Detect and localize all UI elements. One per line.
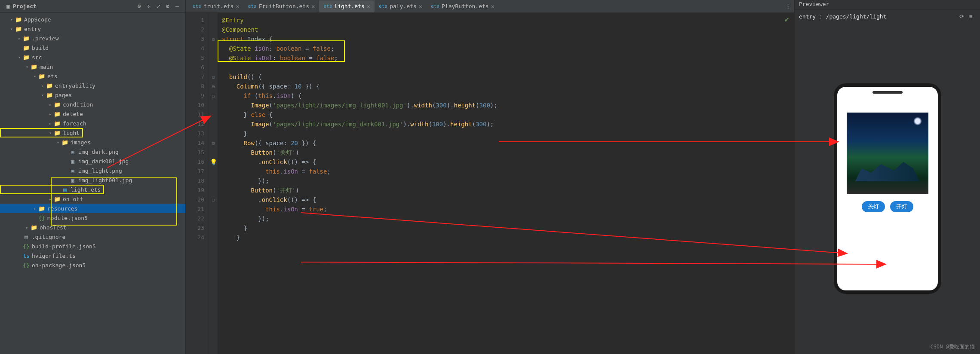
line-number: 2 xyxy=(186,25,204,34)
tree-item-foreach[interactable]: ▸📁foreach xyxy=(0,119,185,128)
code-line[interactable]: }); xyxy=(222,176,794,186)
tree-item-build-profile-json5[interactable]: {}build-profile.json5 xyxy=(0,241,185,251)
chevron-icon[interactable]: ▸ xyxy=(16,36,22,41)
code-line[interactable]: @Entry xyxy=(222,15,794,25)
fold-icon[interactable]: ⊟ xyxy=(212,140,215,146)
chevron-icon[interactable]: ▾ xyxy=(9,17,15,22)
light-on-button[interactable]: 开灯 xyxy=(890,201,913,212)
tree-item-ets[interactable]: ▾📁ets xyxy=(0,71,185,81)
tree-item-light[interactable]: ▾📁light xyxy=(0,128,83,137)
code-line[interactable]: } xyxy=(222,129,794,138)
tree-item-img-dark-png[interactable]: ▣img_dark.png xyxy=(0,147,185,156)
reload-icon[interactable]: ⟳ xyxy=(957,12,966,21)
project-tree[interactable]: ▾📁AppScope▾📁entry▸📁.preview📁build▾📁src▾📁… xyxy=(0,13,185,354)
tree-item-images[interactable]: ▾📁images xyxy=(0,137,185,147)
tab-light-ets[interactable]: etslight.ets× xyxy=(319,0,375,12)
hide-icon[interactable]: — xyxy=(172,2,182,11)
code-line[interactable]: .onClick(() => { xyxy=(222,157,794,167)
chevron-icon[interactable]: ▸ xyxy=(47,112,53,116)
tree-item-appscope[interactable]: ▾📁AppScope xyxy=(0,15,185,24)
layers-icon[interactable]: ≡ xyxy=(966,12,976,21)
code-line[interactable]: Column({ space: 10 }) { xyxy=(222,82,794,91)
tree-item-img-light-png[interactable]: ▣img_light.png xyxy=(0,166,185,175)
code-line[interactable]: } xyxy=(222,233,794,242)
tree-label: hvigorfile.ts xyxy=(32,253,76,259)
code-line[interactable]: }); xyxy=(222,214,794,223)
tab-playbutton-ets[interactable]: etsPlayButton.ets× xyxy=(427,0,499,12)
tree-item-module-json5[interactable]: {}module.json5 xyxy=(0,213,185,223)
code-line[interactable]: @Component xyxy=(222,25,794,34)
code-line[interactable]: Image('pages/light/images/img_light001.j… xyxy=(222,101,794,110)
light-off-button[interactable]: 关灯 xyxy=(862,201,885,212)
tree-item-oh-package-json5[interactable]: {}oh-package.json5 xyxy=(0,260,185,270)
tree-item-condition[interactable]: ▸📁condition xyxy=(0,100,185,109)
tree-item--gitignore[interactable]: ▤.gitignore xyxy=(0,232,185,241)
collapse-icon[interactable]: ÷ xyxy=(144,2,154,11)
tab-paly-ets[interactable]: etspaly.ets× xyxy=(375,0,427,12)
close-icon[interactable]: × xyxy=(491,3,495,10)
chevron-icon[interactable]: ▸ xyxy=(40,83,46,88)
tree-item-main[interactable]: ▾📁main xyxy=(0,62,185,71)
code-line[interactable]: .onClick(() => { xyxy=(222,195,794,204)
code-line[interactable]: this.isOn = true; xyxy=(222,204,794,214)
lightbulb-icon[interactable]: 💡 xyxy=(210,157,217,167)
fold-icon[interactable]: ⊟ xyxy=(212,74,215,80)
tree-item-hvigorfile-ts[interactable]: tshvigorfile.ts xyxy=(0,251,185,260)
chevron-icon[interactable]: ▾ xyxy=(47,131,53,135)
tree-item-resources[interactable]: ▸📁resources xyxy=(0,204,185,213)
code-line[interactable]: if (this.isOn) { xyxy=(222,91,794,101)
close-icon[interactable]: × xyxy=(236,3,239,10)
code-line[interactable]: } xyxy=(222,223,794,233)
code-area[interactable]: ✔ @Entry@Componentstruct Index { @State … xyxy=(218,13,794,354)
code-line[interactable]: build() { xyxy=(222,72,794,82)
chevron-icon[interactable]: ▾ xyxy=(16,55,22,60)
code-line[interactable]: Button('关灯') xyxy=(222,148,794,157)
close-icon[interactable]: × xyxy=(311,3,315,10)
code-line[interactable]: Button('开灯') xyxy=(222,186,794,195)
chevron-icon[interactable]: ▾ xyxy=(24,64,30,69)
tree-item-img-light001-jpg[interactable]: ▣img_light001.jpg xyxy=(0,175,185,185)
tree-item-build[interactable]: 📁build xyxy=(0,43,185,52)
chevron-icon[interactable]: ▸ xyxy=(24,225,30,230)
settings-icon[interactable]: ⚙ xyxy=(163,2,172,11)
tree-item-pages[interactable]: ▾📁pages xyxy=(0,90,185,100)
tree-item-entryability[interactable]: ▸📁entryability xyxy=(0,81,185,90)
expand-icon[interactable]: ⤢ xyxy=(154,2,163,11)
tree-item-entry[interactable]: ▾📁entry xyxy=(0,24,185,34)
tree-item-on-off[interactable]: ▸📁on_off xyxy=(0,194,185,204)
tree-item-ohostest[interactable]: ▸📁ohosTest xyxy=(0,223,185,232)
tree-item-src[interactable]: ▾📁src xyxy=(0,52,185,62)
editor-tabs: etsfruit.ets×etsFruitButton.ets×etslight… xyxy=(186,0,794,13)
chevron-icon[interactable]: ▸ xyxy=(47,197,53,201)
code-line[interactable]: Row({ space: 20 }) { xyxy=(222,138,794,148)
tree-item-img-dark001-jpg[interactable]: ▣img_dark001.jpg xyxy=(0,156,185,166)
chevron-icon[interactable]: ▾ xyxy=(40,93,46,98)
code-line[interactable]: @State isDel: boolean = false; xyxy=(222,53,794,63)
chevron-icon[interactable]: ▸ xyxy=(32,206,38,211)
chevron-icon[interactable]: ▾ xyxy=(55,140,61,145)
tree-item-delete[interactable]: ▸📁delete xyxy=(0,109,185,119)
close-icon[interactable]: × xyxy=(419,3,422,10)
chevron-icon[interactable]: ▸ xyxy=(47,121,53,126)
code-line[interactable]: this.isOn = false; xyxy=(222,167,794,176)
chevron-icon[interactable]: ▾ xyxy=(9,27,15,31)
code-line[interactable]: Image('pages/light/images/img_dark001.jp… xyxy=(222,119,794,129)
tab-fruitbutton-ets[interactable]: etsFruitButton.ets× xyxy=(244,0,319,12)
chevron-icon[interactable]: ▾ xyxy=(32,74,38,79)
code-line[interactable] xyxy=(222,63,794,72)
fold-icon[interactable]: ⊟ xyxy=(212,197,215,203)
tab-fruit-ets[interactable]: etsfruit.ets× xyxy=(188,0,244,12)
tree-item-light-ets[interactable]: ▤light.ets xyxy=(0,185,104,194)
code-line[interactable]: @State isOn: boolean = false; xyxy=(222,44,794,53)
fold-icon[interactable]: ⊟ xyxy=(212,93,215,99)
fold-icon[interactable]: ⊟ xyxy=(212,84,215,89)
line-number: 22 xyxy=(186,214,204,223)
fold-icon[interactable]: ⊟ xyxy=(212,37,215,42)
code-line[interactable]: } else { xyxy=(222,110,794,119)
chevron-icon[interactable]: ▸ xyxy=(47,102,53,107)
tab-menu-icon[interactable]: ⋮ xyxy=(785,3,791,9)
target-icon[interactable]: ⊕ xyxy=(135,2,144,11)
close-icon[interactable]: × xyxy=(367,3,370,10)
tree-item--preview[interactable]: ▸📁.preview xyxy=(0,34,185,43)
code-line[interactable]: struct Index { xyxy=(222,34,794,44)
